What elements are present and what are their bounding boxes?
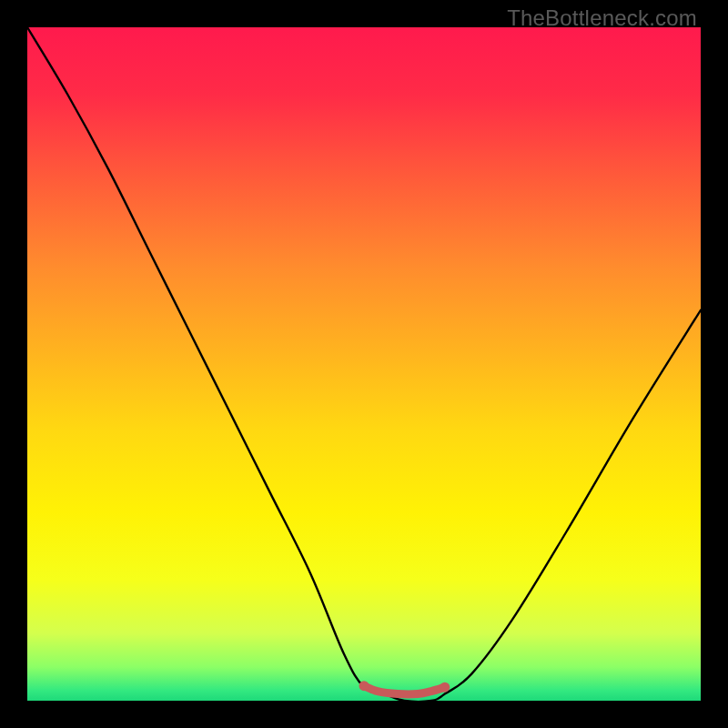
floor-marker-dot <box>440 682 450 693</box>
plot-area <box>27 27 701 701</box>
curve-layer <box>27 27 701 701</box>
floor-marker-dot <box>359 681 369 691</box>
bottleneck-curve <box>27 27 701 701</box>
chart-frame: TheBottleneck.com <box>0 0 728 728</box>
floor-marker <box>364 686 445 694</box>
